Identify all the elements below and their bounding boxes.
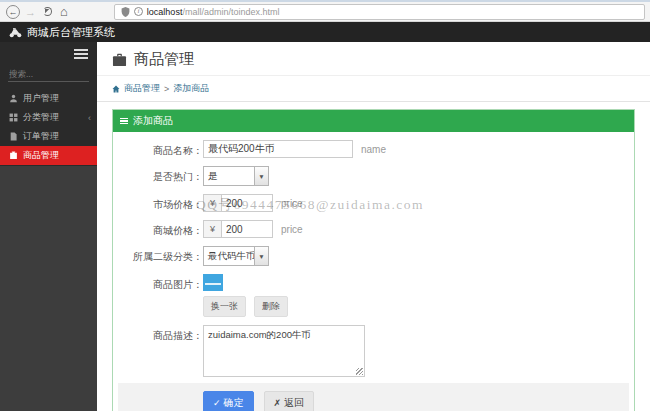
app-body: 用户管理 分类管理 ‹ 订单管理 商品管理 <box>0 42 650 411</box>
url-text: localhost/mall/admin/toindex.html <box>147 7 280 17</box>
mall-price-input[interactable] <box>221 220 273 238</box>
resize-handle[interactable] <box>356 368 363 375</box>
app-title: 商城后台管理系统 <box>27 25 115 40</box>
market-price-helper-text: price <box>281 198 303 209</box>
sidebar-item-products[interactable]: 商品管理 <box>0 146 97 165</box>
sidebar-item-label: 商品管理 <box>23 149 59 162</box>
product-name-input[interactable] <box>203 140 353 158</box>
form-row-mall-price: 商城价格： ¥ price <box>113 220 634 238</box>
grid-icon <box>9 113 18 122</box>
form-row-name: 商品名称： name <box>113 140 634 158</box>
screen: ← → ⌂ i localhost/mall/admin/toindex.htm… <box>0 0 650 411</box>
address-bar[interactable]: i localhost/mall/admin/toindex.html <box>114 4 645 20</box>
sidebar-item-label: 订单管理 <box>23 130 59 143</box>
product-description-textarea[interactable]: zuidaima.com的200牛币 <box>203 325 365 377</box>
main-content: 商品管理 商品管理 > 添加商品 添加商品 QQ号6944475668@zuid… <box>97 42 650 411</box>
name-helper-text: name <box>361 144 386 155</box>
category-select[interactable]: 最代码牛币 ▼ <box>203 246 269 266</box>
sidebar-nav: 用户管理 分类管理 ‹ 订单管理 商品管理 <box>0 89 97 165</box>
sidebar-toggle-button[interactable] <box>0 42 97 65</box>
app-navbar: 商城后台管理系统 <box>0 22 650 42</box>
change-image-button[interactable]: 换一张 <box>203 296 246 317</box>
add-product-form: QQ号6944475668@zuidaima.com 商品名称： name 是否… <box>113 132 634 377</box>
sidebar-item-label: 用户管理 <box>23 92 59 105</box>
panel-title: 添加商品 <box>133 114 173 128</box>
mall-price-helper-text: price <box>281 224 303 235</box>
hot-select[interactable]: 是 ▼ <box>203 166 269 186</box>
confirm-button[interactable]: ✓确定 <box>203 391 254 411</box>
user-icon <box>9 94 18 103</box>
browser-back-button[interactable]: ← <box>6 5 20 19</box>
browser-reload-button[interactable] <box>43 7 52 16</box>
page-title: 商品管理 <box>134 50 194 69</box>
sidebar-search-input[interactable] <box>8 67 89 82</box>
file-icon <box>9 132 18 141</box>
list-icon <box>120 118 128 125</box>
home-icon <box>112 85 120 93</box>
page-header: 商品管理 <box>97 42 650 75</box>
form-row-category: 所属二级分类： 最代码牛币 ▼ <box>113 246 634 266</box>
check-icon: ✓ <box>213 398 221 408</box>
briefcase-icon <box>9 151 18 160</box>
back-button[interactable]: ✗返回 <box>264 391 315 411</box>
category-label: 所属二级分类： <box>113 246 203 264</box>
breadcrumb-current: 添加商品 <box>173 82 209 95</box>
chevron-down-icon: ▼ <box>254 167 268 185</box>
form-row-market-price: 市场价格： ¥ price <box>113 194 634 212</box>
category-select-value: 最代码牛币 <box>204 247 254 265</box>
hot-select-value: 是 <box>204 167 254 185</box>
currency-addon: ¥ <box>203 220 221 238</box>
brand-motorcycle-icon <box>9 27 22 38</box>
market-price-label: 市场价格： <box>113 194 203 212</box>
description-label: 商品描述： <box>113 325 203 343</box>
chevron-down-icon: ▼ <box>254 247 268 265</box>
sidebar-item-users[interactable]: 用户管理 <box>0 89 97 108</box>
url-path: /mall/admin/toindex.html <box>182 7 279 17</box>
product-image-thumbnail[interactable] <box>203 274 223 291</box>
form-row-image: 商品图片： 换一张 删除 <box>113 274 634 317</box>
reload-icon <box>43 7 52 16</box>
hamburger-icon <box>74 49 88 51</box>
chevron-left-icon: ‹ <box>88 113 91 123</box>
hot-label: 是否热门： <box>113 166 203 184</box>
sidebar-item-label: 分类管理 <box>23 111 59 124</box>
sidebar: 用户管理 分类管理 ‹ 订单管理 商品管理 <box>0 42 97 411</box>
info-icon[interactable]: i <box>134 7 143 16</box>
breadcrumb: 商品管理 > 添加商品 <box>97 75 650 102</box>
sidebar-item-orders[interactable]: 订单管理 <box>0 127 97 146</box>
sidebar-menu: 用户管理 分类管理 ‹ 订单管理 商品管理 <box>0 42 97 166</box>
name-label: 商品名称： <box>113 140 203 158</box>
breadcrumb-link-products[interactable]: 商品管理 <box>124 82 160 95</box>
sidebar-item-categories[interactable]: 分类管理 ‹ <box>0 108 97 127</box>
browser-home-button[interactable]: ⌂ <box>60 4 68 19</box>
delete-image-button[interactable]: 删除 <box>254 296 288 317</box>
market-price-input[interactable] <box>221 194 273 212</box>
form-row-description: 商品描述： zuidaima.com的200牛币 <box>113 325 634 377</box>
image-label: 商品图片： <box>113 274 203 292</box>
mall-price-label: 商城价格： <box>113 220 203 238</box>
shield-icon <box>121 7 130 17</box>
currency-addon: ¥ <box>203 194 221 212</box>
breadcrumb-separator: > <box>164 84 169 94</box>
panel-heading: 添加商品 <box>113 110 634 132</box>
browser-toolbar: ← → ⌂ i localhost/mall/admin/toindex.htm… <box>0 0 650 22</box>
briefcase-icon <box>112 53 127 67</box>
browser-forward-button[interactable]: → <box>25 6 36 18</box>
form-actions: ✓确定 ✗返回 <box>118 383 629 411</box>
x-icon: ✗ <box>274 398 282 408</box>
url-host: localhost <box>147 7 183 17</box>
form-row-hot: 是否热门： 是 ▼ <box>113 166 634 186</box>
add-product-panel: 添加商品 QQ号6944475668@zuidaima.com 商品名称： na… <box>112 109 635 411</box>
